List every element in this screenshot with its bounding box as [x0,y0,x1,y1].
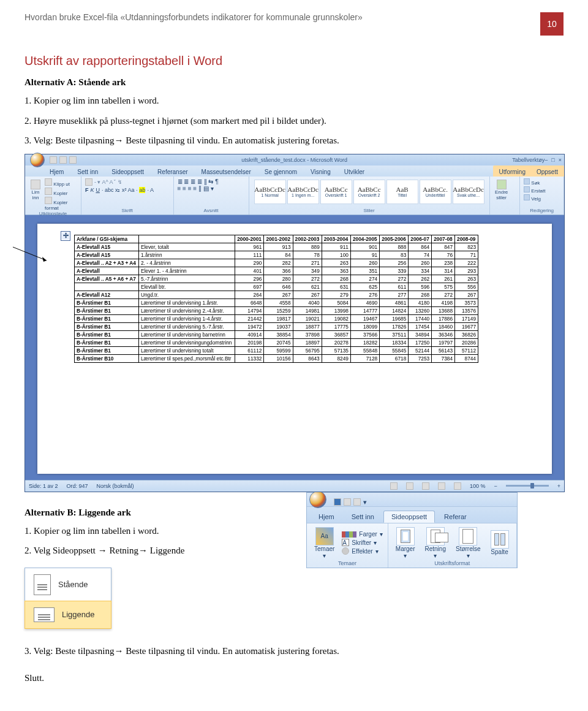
tab-visning[interactable]: Visning [308,167,333,177]
word-titlebar: utskrift_stående_test.docx - Microsoft W… [25,154,564,165]
undo-icon[interactable] [344,498,351,506]
callout-arrow-icon [13,247,50,267]
view-print-layout-icon[interactable] [390,482,398,490]
theme-fonts-button[interactable]: A Skrifter ▾ [342,539,382,546]
group-page-setup-label: Utskriftsformat [393,560,511,566]
alt-a-step-3: 3. Velg: Beste tilpasning→ Beste tilpasn… [24,134,564,148]
tab-sideoppsett[interactable]: Sideoppsett [109,167,146,177]
style-item[interactable]: AaBbCc.Undertittel [420,180,451,204]
change-styles-icon [497,180,507,189]
page-number-badge: 10 [540,12,564,36]
tab-hjem[interactable]: Hjem [311,511,342,523]
fonts-icon: A [342,539,349,546]
select-button[interactable]: Velg [524,194,560,202]
orientation-portrait-label: Stående [58,580,88,589]
redo-icon[interactable] [353,498,361,506]
arrow-icon: → [138,545,148,555]
change-styles-button[interactable]: Endre stiler [494,178,510,202]
copy-button[interactable]: Kopier [45,188,77,196]
paste-button[interactable]: Lim inn [29,178,42,202]
portrait-page-icon [34,574,51,595]
group-paragraph-label: Avsnitt [178,208,245,213]
styles-gallery[interactable]: AaBbCcDc1 NormalAaBbCcDc1 Ingen m...AaBb… [253,178,486,205]
themes-button[interactable]: Aa Temaer▾ [312,526,337,560]
undo-icon[interactable] [59,156,67,164]
theme-colors-button[interactable]: Farger ▾ [342,531,382,538]
zoom-in-icon[interactable]: + [557,483,560,489]
font-selector[interactable] [85,178,92,186]
margins-icon [396,527,415,546]
close-icon[interactable]: × [559,157,562,163]
group-styles-label: Stiler [253,208,486,213]
replace-button[interactable]: Erstatt [524,186,560,194]
tab-utvikler[interactable]: Utvikler [342,167,367,177]
tab-sideoppsett[interactable]: Sideoppsett [383,511,435,523]
style-item[interactable]: AaBbCcDcSvak uthe... [453,180,484,204]
orientation-button[interactable]: Retning▾ [423,526,448,560]
maximize-icon[interactable]: □ [551,157,554,163]
view-outline-icon[interactable] [438,482,445,490]
table-move-handle-icon[interactable]: ✢ [61,231,70,241]
alt-a-step-2: 2. Høyre museklikk på pluss-tegnet i hjø… [24,114,564,128]
alt-b-step-2: 2. Velg Sideoppsett → Retning→ Liggende [24,544,282,558]
qat-dropdown-icon[interactable]: ▾ [363,498,367,506]
svg-line-0 [13,247,47,260]
save-icon[interactable] [50,156,57,164]
tab-utforming[interactable]: Utforming [497,167,528,177]
tab-se-gjennom[interactable]: Se gjennom [262,167,300,177]
zoom-out-icon[interactable]: − [494,483,497,489]
view-reading-icon[interactable] [406,482,413,490]
orientation-landscape-label: Liggende [62,610,95,619]
report-table[interactable]: Arkfane / GSI-skjema2000-20012001-200220… [74,235,478,363]
brush-icon [45,197,52,204]
tab-oppsett[interactable]: Oppsett [534,167,560,177]
find-button[interactable]: Søk [524,178,560,186]
tab-sett-inn[interactable]: Sett inn [344,511,382,523]
arrow-icon: → [114,135,123,145]
alt-a-step-1: 1. Kopier og lim inn tabellen i word. [24,94,564,108]
save-icon[interactable] [334,498,341,506]
view-web-icon[interactable] [422,482,429,490]
style-item[interactable]: AaBbCcDc1 Normal [254,180,286,204]
word-document-title: utskrift_stående_test.docx - Microsoft W… [77,157,512,163]
minimize-icon[interactable]: – [545,157,548,163]
landscape-page-icon [34,607,55,622]
alt-a-heading: Alternativ A: Stående ark [24,77,564,88]
color-swatch-icon [342,531,356,538]
style-item[interactable]: AaBbCcOverskrift 1 [320,180,352,204]
style-item[interactable]: AaBbCcOverskrift 2 [353,180,385,204]
cut-button[interactable]: Klipp ut [45,178,77,187]
tab-hjem[interactable]: Hjem [47,167,66,177]
tab-masseutsendelser[interactable]: Masseutsendelser [199,167,254,177]
zoom-slider[interactable] [506,485,549,487]
orientation-icon [426,527,445,546]
status-language: Norsk (bokmål) [97,483,134,489]
size-button[interactable]: Størrelse▾ [453,526,483,560]
status-page: Side: 1 av 2 [29,483,58,489]
status-words: Ord: 947 [67,483,88,489]
group-font-label: Skrift [85,208,170,213]
style-item[interactable]: AaBbCcDc1 Ingen m... [287,180,319,204]
tab-sett-inn[interactable]: Sett inn [75,167,100,177]
group-themes-label: Temaer [312,560,383,566]
orientation-portrait-item[interactable]: Stående [25,568,111,601]
orientation-landscape-item[interactable]: Liggende [25,601,111,628]
effects-icon [342,547,349,555]
status-zoom: 100 % [470,483,486,489]
arrow-icon: → [114,645,123,656]
style-item[interactable]: AaBTittel [386,180,418,204]
margins-button[interactable]: Marger▾ [393,526,418,560]
office-button-icon[interactable] [30,153,45,167]
tab-referanser[interactable]: Referanser [155,167,190,177]
format-painter-button[interactable]: Kopier format [45,197,77,211]
tab-referanser[interactable]: Referar [436,511,475,523]
arrow-icon: → [98,545,107,555]
contextual-tool-label: Tabellverktøy [512,157,545,163]
theme-effects-button[interactable]: Effekter ▾ [342,547,382,555]
scissors-icon [45,178,52,186]
view-draft-icon[interactable] [454,482,461,490]
office-button-icon[interactable] [309,491,326,508]
redo-icon[interactable] [69,156,77,164]
word-statusbar: Side: 1 av 2 Ord: 947 Norsk (bokmål) 100… [25,480,564,492]
columns-button[interactable]: Spalte [488,529,511,557]
